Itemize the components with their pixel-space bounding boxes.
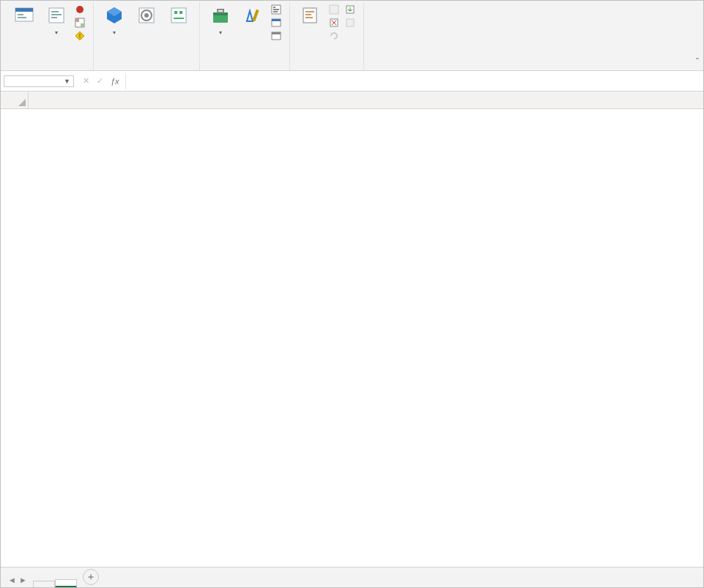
map-properties-icon (328, 4, 340, 15)
ribbon: ▾ ! (1, 1, 703, 71)
svg-rect-39 (305, 17, 313, 18)
svg-rect-31 (273, 11, 278, 12)
dropdown-icon: ▾ (113, 30, 116, 37)
insert-control-button[interactable]: ▾ (204, 2, 237, 38)
svg-rect-33 (272, 19, 281, 21)
svg-rect-25 (218, 10, 223, 12)
formula-input[interactable] (125, 73, 703, 89)
run-dialog-button[interactable] (270, 30, 285, 42)
visual-basic-button[interactable] (8, 2, 40, 30)
refresh-data-button (328, 30, 343, 42)
svg-rect-21 (179, 11, 182, 14)
svg-rect-6 (51, 14, 62, 15)
excel-addins-button[interactable] (130, 2, 163, 30)
svg-rect-35 (272, 32, 281, 34)
addins-button[interactable]: ▾ (98, 2, 130, 38)
toolbox-icon (209, 4, 232, 27)
svg-rect-5 (51, 11, 59, 12)
import-icon (344, 4, 356, 15)
svg-rect-2 (18, 14, 23, 15)
svg-rect-7 (51, 17, 57, 18)
ribbon-group-addins: ▾ (94, 2, 200, 70)
sheet-tab-sheet1[interactable] (33, 581, 55, 587)
tab-nav-next[interactable]: ► (19, 576, 27, 584)
record-macro-icon (74, 4, 86, 15)
select-all-corner[interactable] (1, 92, 29, 109)
macros-icon (45, 4, 68, 27)
macros-button[interactable]: ▾ (40, 2, 73, 38)
properties-icon (270, 4, 282, 15)
svg-rect-10 (75, 18, 79, 22)
addins-icon (103, 4, 126, 27)
spreadsheet-grid[interactable] (1, 92, 703, 567)
svg-rect-19 (171, 8, 186, 23)
macro-security-icon: ! (74, 30, 86, 42)
map-properties-button (328, 4, 343, 15)
excel-addins-icon (135, 4, 158, 27)
export-button (344, 17, 359, 29)
svg-text:!: ! (79, 32, 81, 40)
dropdown-icon: ▾ (219, 30, 222, 37)
svg-point-18 (144, 13, 149, 18)
ribbon-group-code: ▾ ! (4, 2, 94, 70)
view-code-button[interactable] (270, 17, 285, 29)
svg-rect-27 (252, 10, 259, 21)
svg-rect-40 (330, 5, 338, 14)
record-macro-button[interactable] (74, 4, 89, 15)
source-icon (299, 4, 322, 27)
com-addins-button[interactable] (163, 2, 195, 30)
formula-bar: ▼ ✕ ✓ ƒx (1, 71, 703, 92)
xml-source-button[interactable] (294, 2, 327, 30)
design-mode-icon (241, 4, 264, 27)
fx-icon[interactable]: ƒx (111, 77, 119, 86)
expansion-packs-icon (328, 17, 340, 29)
properties-button[interactable] (270, 4, 285, 15)
enter-formula-icon[interactable]: ✓ (97, 76, 103, 86)
ribbon-group-controls: ▾ (200, 2, 290, 70)
run-dialog-icon (270, 30, 282, 42)
ribbon-group-xml (290, 2, 364, 70)
svg-rect-1 (15, 8, 33, 12)
svg-rect-3 (18, 17, 26, 18)
expansion-packs-button[interactable] (328, 17, 343, 29)
view-code-icon (270, 17, 282, 29)
dropdown-icon: ▾ (55, 30, 58, 37)
sheet-tab-sheet4[interactable] (55, 579, 77, 588)
svg-rect-11 (81, 23, 84, 27)
svg-point-8 (76, 6, 84, 13)
use-relative-references-button[interactable] (74, 17, 89, 29)
svg-rect-20 (174, 11, 177, 14)
export-icon (344, 17, 356, 29)
svg-rect-43 (347, 19, 354, 26)
import-button[interactable] (344, 4, 359, 15)
relative-refs-icon (74, 17, 86, 29)
svg-rect-37 (305, 11, 314, 12)
cancel-formula-icon[interactable]: ✕ (83, 76, 89, 86)
name-box[interactable]: ▼ (4, 75, 74, 87)
svg-rect-38 (305, 14, 311, 15)
svg-marker-26 (247, 11, 253, 21)
refresh-icon (328, 30, 340, 42)
chevron-down-icon: ▼ (64, 78, 70, 85)
visual-basic-icon (12, 4, 36, 27)
svg-rect-30 (273, 9, 279, 10)
new-sheet-button[interactable]: ＋ (83, 569, 99, 585)
svg-rect-29 (273, 7, 275, 8)
sheet-tab-bar: ◄ ► ＋ (1, 567, 703, 587)
com-addins-icon (167, 4, 190, 27)
macro-security-button[interactable]: ! (74, 30, 89, 42)
tab-nav-prev[interactable]: ◄ (8, 576, 16, 584)
design-mode-button[interactable] (237, 2, 269, 30)
collapse-ribbon-button[interactable]: ˆ (696, 57, 699, 67)
